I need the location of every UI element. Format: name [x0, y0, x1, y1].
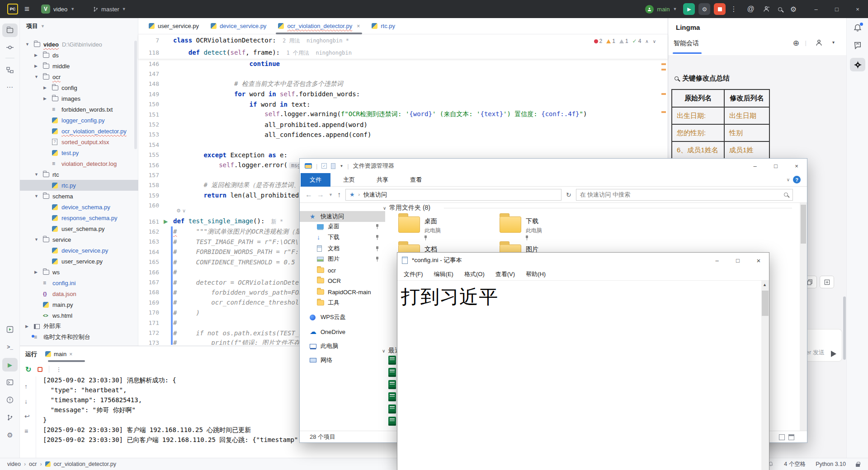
collapse-ribbon-icon[interactable]: ∨ [787, 177, 790, 182]
folder-tile[interactable]: 下载此电脑 [500, 216, 594, 242]
explorer-title-bar[interactable]: | ✓ ▼ | 文件资源管理器 – □ × [300, 159, 807, 173]
notepad-maximize-button[interactable]: □ [727, 253, 748, 268]
explorer-scrollbar[interactable] [800, 203, 807, 431]
chevron-right-icon[interactable]: ▶ [43, 93, 47, 104]
folder-tile[interactable]: 桌面此电脑 [398, 216, 493, 242]
insert-code-button[interactable] [820, 276, 834, 288]
explorer-nav-item[interactable]: 工具 [300, 297, 385, 308]
tree-item[interactable]: main.py [20, 299, 138, 310]
tree-item[interactable]: ▼service [20, 234, 138, 245]
tool-terminal-icon[interactable] [2, 376, 18, 389]
help-icon[interactable]: ? [793, 176, 801, 183]
indent-indicator[interactable]: 4 个空格 [784, 461, 806, 468]
tree-item[interactable]: ▶config [20, 82, 138, 93]
console-more-icon[interactable]: ⋮ [56, 366, 61, 373]
ribbon-tab-file[interactable]: 文件 [301, 173, 330, 187]
user-icon[interactable] [815, 39, 823, 47]
search-everywhere-icon[interactable] [778, 6, 782, 13]
explorer-nav-item[interactable]: OCR [300, 275, 385, 286]
notepad-menu-查[interactable]: 查看(V) [495, 270, 515, 278]
tree-item[interactable]: ocr_violation_detector.py [20, 126, 138, 136]
tree-item[interactable]: response_schema.py [20, 212, 138, 223]
run-line-icon[interactable]: ▶ [164, 218, 168, 225]
stop-icon[interactable] [38, 367, 42, 372]
breadcrumb[interactable]: video›ocr›ocr_violation_detector.py [0, 461, 116, 467]
explorer-nav-item[interactable]: ocr [300, 265, 385, 276]
chevron-right-icon[interactable]: ▶ [34, 267, 38, 277]
console-scroll-to-end-icon[interactable]: ≡ [24, 428, 28, 435]
tree-item[interactable]: test.py [20, 147, 138, 158]
sticky-line[interactable]: 7class OCRViolationDetector: 2 用法 ningho… [138, 34, 668, 47]
tree-item[interactable]: ≡config.ini [20, 277, 138, 288]
explorer-nav-item[interactable]: 网络 [300, 355, 385, 366]
stripe-warning-mark[interactable] [661, 111, 666, 113]
chevron-right-icon[interactable]: ▶ [43, 82, 47, 93]
code-with-me-icon[interactable] [763, 5, 770, 13]
tree-item[interactable]: user_schema.py [20, 223, 138, 234]
chevron-down-icon[interactable]: ▼ [34, 169, 38, 180]
chevron-down-icon[interactable]: ▼ [34, 71, 38, 82]
chevron-right-icon[interactable]: ▶ [34, 50, 38, 61]
ai-chat-icon[interactable] [853, 41, 862, 50]
tree-item[interactable]: ▶外部库 [20, 321, 138, 332]
tree-item[interactable]: <>ws.html [20, 310, 138, 321]
notepad-menu-格[interactable]: 格式(O) [464, 270, 485, 278]
chevron-down-icon[interactable]: ▼ [34, 191, 38, 202]
tree-item[interactable]: ▼ocr [20, 71, 138, 82]
tree-item[interactable]: logger_config.py [20, 115, 138, 126]
chevron-down-icon[interactable]: ▼ [25, 39, 29, 50]
tree-item[interactable]: ▶ds [20, 50, 138, 61]
debug-button[interactable]: ⚙ [698, 3, 710, 15]
notepad-minimize-button[interactable]: – [707, 253, 727, 268]
explorer-nav-item[interactable]: ★快速访问 [300, 211, 385, 222]
editor-tab[interactable]: device_service.py [205, 18, 272, 34]
explorer-nav-item[interactable]: 此电脑 [300, 341, 385, 352]
breadcrumb-item[interactable]: ocr [29, 461, 37, 467]
close-tab-icon[interactable]: × [357, 23, 360, 29]
tree-item[interactable]: ▶middle [20, 61, 138, 71]
tree-item[interactable]: {}data.json [20, 288, 138, 299]
new-session-icon[interactable]: ⊕ [793, 38, 799, 48]
more-actions-icon[interactable]: ⋮ [730, 5, 737, 13]
lock-icon[interactable] [856, 464, 860, 467]
rerun-icon[interactable]: ↻ [25, 365, 31, 374]
console-output[interactable]: [2025-09-02 23:03:30] 消息解析成功: { "type": … [43, 375, 317, 445]
ribbon-tab-共享[interactable]: 共享 [368, 173, 397, 187]
sticky-line[interactable]: 118def detect(self, frame): 1 个用法 ningho… [138, 47, 668, 59]
mentions-icon[interactable]: @ [747, 5, 754, 13]
address-bar[interactable]: ★ › 快速访问 [345, 189, 561, 201]
checkbox-qat-icon[interactable]: ✓ [321, 163, 327, 169]
folding-widget-icon[interactable]: ⚙ ∨ [176, 208, 186, 214]
python-interpreter[interactable]: Python 3.10 [816, 461, 846, 467]
code-line[interactable]: 154 [138, 140, 668, 150]
tree-item[interactable]: ≡violation_detector.log [20, 158, 138, 169]
code-line[interactable]: 150if word in text: [138, 99, 668, 109]
thumbnail-view-icon[interactable] [788, 434, 794, 440]
user-dropdown-icon[interactable]: ▾ [832, 40, 835, 45]
close-button[interactable]: × [847, 0, 868, 18]
maximize-button[interactable]: □ [826, 0, 847, 18]
explorer-nav-item[interactable]: WPS云盘 [300, 312, 385, 323]
main-menu-icon[interactable]: ≡ [24, 4, 29, 14]
notepad-scrollbar[interactable]: ▲ [761, 281, 769, 470]
notifications-icon[interactable] [853, 24, 862, 33]
details-view-icon[interactable] [779, 434, 785, 440]
inspections-widget[interactable]: 211✓4∧∨ [594, 38, 656, 44]
tree-item[interactable]: ▼schema [20, 191, 138, 202]
tool-settings-icon[interactable]: ⚙ [2, 428, 18, 442]
code-line[interactable]: 148# 检查当前文本中是否包含多个违禁词 [138, 79, 668, 89]
chevron-right-icon[interactable]: ▶ [34, 61, 38, 71]
send-icon[interactable] [831, 351, 836, 357]
ok-count[interactable]: ✓4 [632, 38, 642, 44]
new-file-qat-icon[interactable] [331, 163, 335, 169]
console-soft-wrap-icon[interactable]: ↩ [24, 413, 30, 420]
stop-button[interactable] [714, 3, 726, 15]
tree-item[interactable]: ▼rtc [20, 169, 138, 180]
explorer-nav-item[interactable]: ↓下载 [300, 232, 385, 243]
notepad-text-area[interactable]: 打到习近平 [397, 281, 762, 470]
explorer-close-button[interactable]: × [786, 159, 807, 173]
project-tree-scrollbar[interactable] [134, 41, 137, 149]
notepad-close-button[interactable]: × [748, 253, 769, 268]
project-panel-title[interactable]: 项目 [26, 22, 38, 30]
ribbon-tab-主页[interactable]: 主页 [334, 173, 364, 187]
